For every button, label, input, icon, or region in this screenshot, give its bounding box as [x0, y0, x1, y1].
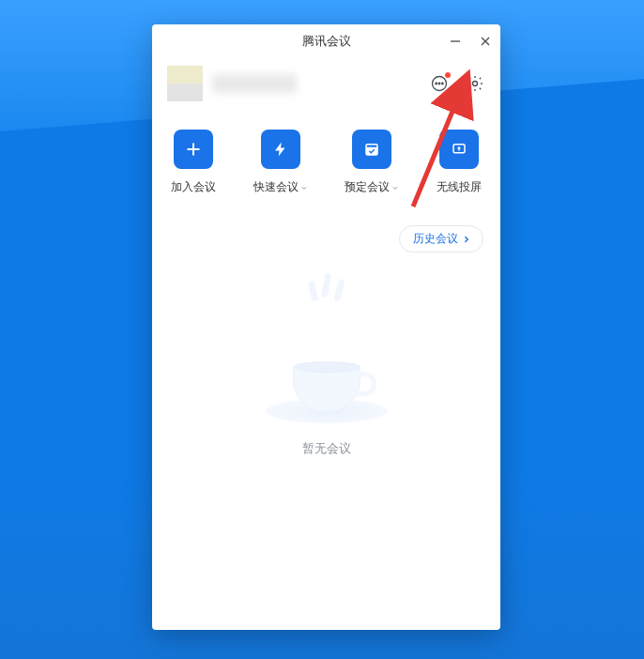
gear-icon[interactable] — [465, 73, 485, 94]
action-grid: 加入会议 快速会议 预定会议 无线投屏 — [152, 118, 500, 212]
schedule-meeting-button[interactable]: 预定会议 — [345, 130, 399, 195]
top-icons — [429, 73, 485, 94]
svg-point-5 — [438, 83, 440, 84]
cup-illustration-icon — [266, 307, 388, 429]
wireless-cast-button[interactable]: 无线投屏 — [437, 130, 482, 195]
join-meeting-button[interactable]: 加入会议 — [171, 130, 216, 195]
plus-icon — [174, 130, 213, 169]
svg-point-4 — [436, 83, 437, 84]
chat-icon[interactable] — [429, 73, 450, 94]
history-meetings-button[interactable]: 历史会议 — [399, 225, 483, 253]
username-redacted — [212, 74, 297, 93]
avatar[interactable] — [167, 66, 203, 101]
quick-meeting-button[interactable]: 快速会议 — [253, 130, 308, 195]
titlebar: 腾讯会议 — [152, 24, 500, 58]
action-label: 快速会议 — [253, 179, 308, 195]
chevron-right-icon — [462, 235, 471, 244]
bolt-icon — [261, 130, 300, 169]
chevron-down-icon — [391, 184, 399, 192]
svg-point-7 — [473, 82, 478, 86]
cast-icon — [439, 130, 479, 169]
svg-point-6 — [442, 83, 444, 84]
history-row: 历史会议 — [152, 212, 500, 253]
window-title: 腾讯会议 — [302, 33, 351, 50]
action-label: 预定会议 — [345, 179, 399, 195]
action-label: 无线投屏 — [437, 179, 482, 195]
action-label: 加入会议 — [171, 179, 216, 195]
window-controls — [446, 24, 495, 58]
app-window: 腾讯会议 — [152, 24, 500, 630]
notification-dot-icon — [444, 71, 452, 79]
close-button[interactable] — [476, 32, 495, 51]
history-label: 历史会议 — [413, 231, 458, 247]
calendar-icon — [352, 130, 391, 169]
user-row — [152, 58, 500, 118]
minimize-button[interactable] — [446, 32, 465, 51]
empty-state: 暂无会议 — [152, 307, 500, 457]
empty-label: 暂无会议 — [302, 440, 351, 457]
chevron-down-icon — [300, 184, 308, 192]
